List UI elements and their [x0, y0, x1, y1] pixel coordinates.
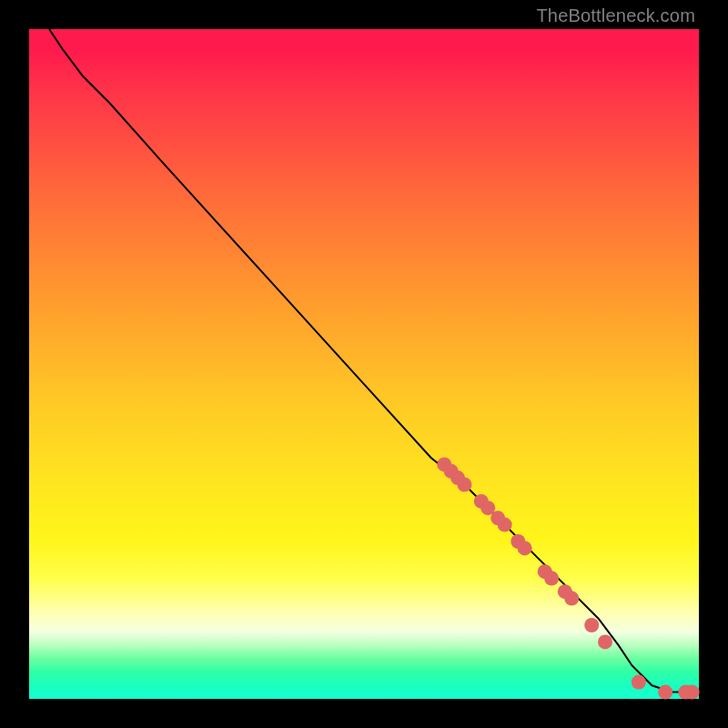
curve-line: [49, 29, 693, 693]
marker-point: [658, 685, 672, 700]
marker-point: [544, 571, 559, 586]
marker-point: [457, 478, 471, 492]
chart-overlay: [29, 29, 699, 699]
chart-frame: TheBottleneck.com: [0, 0, 728, 728]
watermark-text: TheBottleneck.com: [536, 5, 695, 26]
marker-point: [685, 685, 700, 700]
marker-point: [564, 592, 579, 606]
marker-point: [598, 634, 612, 649]
marker-group: [437, 457, 699, 699]
marker-point: [584, 618, 599, 632]
marker-point: [632, 675, 646, 690]
marker-point: [498, 518, 512, 532]
marker-point: [518, 541, 532, 555]
